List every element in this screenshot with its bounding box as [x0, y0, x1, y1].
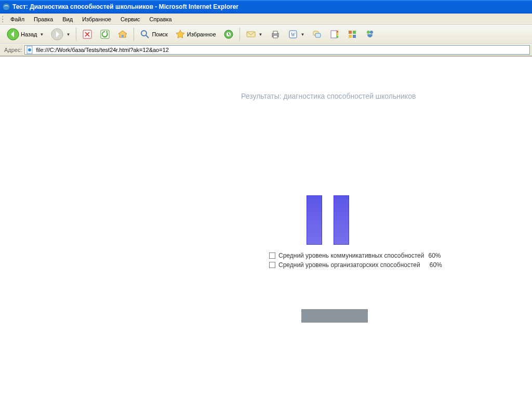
content-area: Результаты: диагностика способностей шко… — [0, 56, 532, 399]
messenger-button[interactable] — [362, 28, 378, 41]
menu-view[interactable]: Вид — [58, 15, 77, 23]
separator — [240, 28, 240, 41]
chevron-down-icon: ▼ — [259, 32, 263, 37]
home-button[interactable] — [115, 28, 130, 41]
toolbar: Назад ▼ ▼ Поиск Избранное — [0, 25, 532, 44]
edit-button[interactable]: W ▼ — [285, 28, 308, 41]
svg-rect-24 — [349, 35, 352, 38]
blocks-icon — [347, 29, 357, 39]
chevron-down-icon: ▼ — [301, 32, 305, 37]
chevron-down-icon: ▼ — [66, 32, 70, 37]
research-button[interactable] — [327, 28, 342, 41]
star-icon — [175, 29, 185, 39]
chevron-down-icon: ▼ — [40, 32, 44, 37]
print-icon — [270, 29, 281, 39]
results-list: Средний уровень коммуникативных способно… — [269, 251, 442, 270]
svg-point-29 — [28, 48, 31, 51]
search-button[interactable]: Поиск — [137, 28, 170, 41]
menu-tools[interactable]: Сервис — [116, 15, 144, 23]
refresh-button[interactable] — [97, 28, 113, 41]
search-label: Поиск — [152, 31, 167, 37]
separator — [76, 28, 76, 41]
svg-rect-20 — [337, 33, 338, 35]
page: Результаты: диагностика способностей шко… — [2, 57, 532, 399]
print-button[interactable] — [268, 28, 283, 41]
messenger-icon — [365, 29, 375, 39]
forward-button[interactable]: ▼ — [48, 26, 73, 42]
search-icon — [140, 29, 150, 39]
separator — [134, 28, 134, 41]
favorites-label: Избранное — [187, 31, 216, 37]
svg-rect-18 — [331, 31, 337, 38]
discuss-button[interactable] — [309, 28, 325, 41]
address-input[interactable]: file:///C:/Work/база/Tests/test24r.html?… — [24, 45, 530, 55]
refresh-icon — [100, 29, 110, 39]
bar-communicative — [307, 195, 322, 245]
svg-rect-13 — [273, 35, 277, 38]
home-icon — [117, 29, 128, 39]
address-value: file:///C:/Work/база/Tests/test24r.html?… — [36, 47, 169, 53]
checkbox-icon[interactable] — [269, 262, 275, 268]
menu-help[interactable]: Справка — [145, 15, 176, 23]
window-titlebar: Тест: Диагностика способностей школьнико… — [0, 0, 532, 14]
action-button[interactable] — [301, 309, 368, 323]
svg-rect-6 — [122, 35, 124, 37]
page-icon — [26, 46, 34, 54]
back-button[interactable]: Назад ▼ — [4, 26, 46, 42]
menu-favorites[interactable]: Избранное — [78, 15, 115, 23]
onenote-icon — [329, 29, 340, 39]
bar-chart — [307, 163, 364, 245]
stop-icon — [82, 29, 92, 39]
menu-file[interactable]: Файл — [6, 15, 29, 23]
ie-icon — [2, 3, 10, 11]
mail-icon — [246, 29, 256, 39]
stop-button[interactable] — [79, 28, 95, 41]
svg-point-27 — [370, 31, 373, 34]
result-label: Средний уровень организаторских способно… — [278, 261, 420, 269]
checkbox-icon[interactable] — [269, 252, 275, 259]
history-icon — [223, 29, 234, 39]
svg-point-7 — [141, 31, 147, 36]
address-label: Адрес: — [4, 47, 22, 53]
back-arrow-icon — [7, 28, 19, 41]
theme-button[interactable] — [344, 28, 360, 41]
menubar: Файл Правка Вид Избранное Сервис Справка — [0, 14, 532, 25]
word-icon: W — [288, 29, 298, 39]
svg-rect-12 — [273, 31, 277, 34]
back-label: Назад — [21, 31, 37, 37]
svg-rect-22 — [349, 31, 352, 34]
svg-rect-21 — [337, 36, 338, 38]
favorites-button[interactable]: Избранное — [172, 28, 219, 41]
address-bar: Адрес: file:///C:/Work/база/Tests/test24… — [0, 44, 532, 56]
history-button[interactable] — [221, 28, 236, 41]
result-pct: 60% — [430, 261, 442, 269]
result-row: Средний уровень организаторских способно… — [269, 260, 442, 270]
svg-point-26 — [367, 31, 370, 34]
mail-button[interactable]: ▼ — [243, 28, 265, 41]
result-row: Средний уровень коммуникативных способно… — [269, 251, 442, 260]
svg-rect-19 — [337, 31, 338, 33]
result-label: Средний уровень коммуникативных способно… — [278, 252, 424, 259]
bar-organizational — [334, 195, 349, 245]
grip-icon — [1, 15, 4, 23]
page-title: Результаты: диагностика способностей шко… — [241, 92, 416, 100]
svg-rect-25 — [353, 35, 356, 38]
discuss-icon — [312, 29, 322, 39]
svg-rect-23 — [353, 31, 356, 34]
menu-edit[interactable]: Правка — [30, 15, 57, 23]
result-pct: 60% — [428, 252, 441, 259]
forward-arrow-icon — [51, 28, 63, 41]
window-title: Тест: Диагностика способностей школьнико… — [12, 3, 238, 10]
svg-rect-17 — [315, 33, 321, 37]
